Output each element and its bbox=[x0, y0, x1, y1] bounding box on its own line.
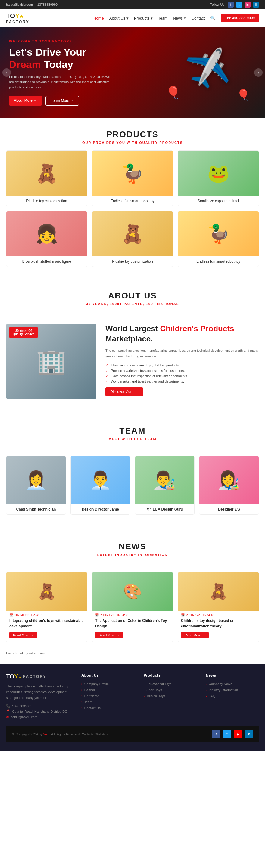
footer-bottom: © Copyright 2024 by Yive. All Rights Res… bbox=[6, 726, 259, 742]
footer-about-link-4: Team bbox=[81, 700, 135, 704]
about-heading: World Largest Children's Products Market… bbox=[106, 324, 259, 344]
footer-youtube-icon[interactable]: ▶ bbox=[234, 730, 242, 738]
logo: TOY★ FACTORY bbox=[6, 12, 30, 24]
product-image-1: 🧸 bbox=[6, 151, 87, 196]
product-image-6: 🦆 bbox=[178, 211, 259, 256]
product-card-1[interactable]: 🧸 Plushie toy customization bbox=[6, 150, 87, 207]
team-section: TEAM MEET WITH OUR TEAM 👩‍💼 Chad Smith T… bbox=[0, 414, 265, 530]
team-content: 👩‍💼 Chad Smith Technician 👨‍💼 Design Dir… bbox=[0, 447, 265, 521]
footer-products-link-2: Sport Toys bbox=[144, 688, 197, 692]
about-title: ABOUT US bbox=[0, 291, 265, 301]
team-image-4: 👩‍🎨 bbox=[199, 456, 259, 504]
footer-products-title: Products bbox=[144, 673, 197, 678]
product-card-6[interactable]: 🦆 Endless fun smart robot toy bbox=[178, 211, 259, 267]
footer-email: ✉ baidu@baidu.com bbox=[6, 715, 72, 719]
twitter-icon[interactable]: t bbox=[236, 1, 242, 7]
about-point-4: World market and talent partner and depa… bbox=[106, 379, 259, 384]
footer-phone: 📞 13788889999 bbox=[6, 704, 72, 708]
hero-description: Professional Kids Toys Manufacturer for … bbox=[9, 74, 111, 90]
news-date-2: 📅 2020-09-21 16:34:18 bbox=[92, 611, 173, 618]
footer-products-links: Educational Toys Sport Toys Musical Toys bbox=[144, 682, 197, 698]
news-read-more-2[interactable]: Read More → bbox=[95, 632, 123, 639]
nav-home[interactable]: Home bbox=[93, 16, 104, 21]
nav-team[interactable]: Team bbox=[158, 16, 168, 21]
about-content: 🏢 30 Years Of Quality Service World Larg… bbox=[0, 312, 265, 405]
phone-button[interactable]: Tel: 400-888-9999 bbox=[221, 14, 259, 22]
news-date-3: 📅 2020-09-21 16:34:18 bbox=[178, 611, 259, 618]
hero-section: ‹ WELCOME TO TOYS FACTORY Let's Drive Yo… bbox=[0, 27, 265, 118]
about-point-3: Have passed the inspection of relevant d… bbox=[106, 373, 259, 379]
hero-content: WELCOME TO TOYS FACTORY Let's Drive Your… bbox=[9, 39, 111, 105]
footer-twitter-icon[interactable]: t bbox=[223, 730, 231, 738]
about-description: The company has excellent manufacturing … bbox=[106, 348, 259, 359]
nav-contact[interactable]: Contact bbox=[192, 16, 205, 21]
product-card-2[interactable]: 🦆 Endless fun smart robot toy bbox=[92, 150, 173, 207]
team-grid: 👩‍💼 Chad Smith Technician 👨‍💼 Design Dir… bbox=[6, 456, 259, 515]
product-image-2: 🦆 bbox=[92, 151, 173, 196]
search-icon[interactable]: 🔍 bbox=[210, 16, 215, 21]
discover-more-button[interactable]: Discover More → bbox=[106, 387, 143, 396]
about-subtitle: 30 YEARS, 1000+ PATENTS, 100+ NATIONAL bbox=[0, 302, 265, 306]
product-card-3[interactable]: 🐸 Small size capsule animal bbox=[178, 150, 259, 207]
products-section: PRODUCTS OUR PROVIDES YOU WITH QUALITY P… bbox=[0, 118, 265, 279]
news-read-more-1[interactable]: Read More → bbox=[9, 632, 37, 639]
nav-products[interactable]: Products ▾ bbox=[134, 16, 153, 21]
product-name-4: Bros plush stuffed mario figure bbox=[6, 256, 87, 267]
about-image-wrap: 🏢 30 Years Of Quality Service bbox=[6, 324, 96, 399]
news-title-1: Integrating children's toys with sustain… bbox=[6, 618, 87, 632]
products-header: PRODUCTS OUR PROVIDES YOU WITH QUALITY P… bbox=[0, 118, 265, 150]
products-title: PRODUCTS bbox=[0, 130, 265, 139]
news-read-more-3[interactable]: Read More → bbox=[181, 632, 209, 639]
learn-more-button[interactable]: Learn More → bbox=[46, 96, 79, 105]
hero-prev-arrow[interactable]: ‹ bbox=[2, 68, 11, 77]
product-name-1: Plushie toy customization bbox=[6, 196, 87, 206]
phone-icon: 📞 bbox=[6, 704, 10, 708]
news-content: 🧸 📅 2020-09-21 16:34:18 Integrating chil… bbox=[0, 563, 265, 648]
nav-about[interactable]: About Us ▾ bbox=[109, 16, 128, 21]
products-subtitle: OUR PROVIDES YOU WITH QUALITY PRODUCTS bbox=[0, 141, 265, 145]
news-image-3: 🧸 bbox=[178, 572, 259, 611]
footer-brand: TOY★ FACTORY The company has excellent m… bbox=[6, 673, 72, 720]
hero-subtitle: WELCOME TO TOYS FACTORY bbox=[9, 39, 111, 43]
footer-news-link-1: Company News bbox=[206, 682, 259, 686]
about-more-button[interactable]: About More → bbox=[9, 96, 42, 105]
team-title: TEAM bbox=[0, 426, 265, 436]
linkedin-icon[interactable]: li bbox=[253, 1, 259, 7]
facebook-icon[interactable]: f bbox=[228, 1, 234, 7]
location-icon: 📍 bbox=[6, 709, 10, 713]
news-card-1: 🧸 📅 2020-09-21 16:34:18 Integrating chil… bbox=[6, 571, 87, 642]
product-image-5: 🧸 bbox=[92, 211, 173, 256]
footer-linkedin-icon[interactable]: in bbox=[244, 730, 253, 738]
about-badge: 30 Years Of Quality Service bbox=[9, 327, 38, 338]
header: TOY★ FACTORY Home About Us ▾ Products ▾ … bbox=[0, 9, 265, 27]
product-card-4[interactable]: 👧 Bros plush stuffed mario figure bbox=[6, 211, 87, 267]
team-name-1: Chad Smith Technician bbox=[6, 504, 66, 515]
product-name-5: Plushie toy customization bbox=[92, 256, 173, 267]
about-inner: 🏢 30 Years Of Quality Service World Larg… bbox=[6, 324, 259, 399]
news-title-3: Children's toy design based on emotional… bbox=[178, 618, 259, 632]
email-icon: ✉ bbox=[6, 715, 9, 719]
products-grid-container: 🧸 Plushie toy customization 🦆 Endless fu… bbox=[0, 150, 265, 279]
nav-news[interactable]: News ▾ bbox=[173, 16, 186, 21]
product-card-5[interactable]: 🧸 Plushie toy customization bbox=[92, 211, 173, 267]
footer-about-link-5: Contact Us bbox=[81, 706, 135, 710]
copyright-brand-link[interactable]: Yive bbox=[43, 732, 49, 736]
news-card-2: 🎨 📅 2020-09-21 16:34:18 The Application … bbox=[92, 571, 173, 642]
instagram-icon[interactable]: in bbox=[244, 1, 251, 7]
footer-products-link-1: Educational Toys bbox=[144, 682, 197, 686]
team-card-1: 👩‍💼 Chad Smith Technician bbox=[6, 456, 66, 515]
footer-about-link-2: Partner bbox=[81, 688, 135, 692]
team-name-3: Mr. Li, A Design Guru bbox=[135, 504, 195, 515]
footer-news-link-2: Industry Information bbox=[206, 688, 259, 692]
hero-next-arrow[interactable]: › bbox=[254, 68, 263, 77]
footer-facebook-icon[interactable]: f bbox=[212, 730, 220, 738]
follow-label: Follow Us: bbox=[210, 3, 225, 6]
product-name-2: Endless fun smart robot toy bbox=[92, 196, 173, 206]
news-subtitle: LATEST INDUSTRY INFORMATION bbox=[0, 553, 265, 557]
follow-section: Follow Us: f t in li bbox=[210, 1, 259, 7]
products-grid: 🧸 Plushie toy customization 🦆 Endless fu… bbox=[6, 150, 259, 267]
news-image-2: 🎨 bbox=[92, 572, 173, 611]
team-image-2: 👨‍💼 bbox=[71, 456, 130, 504]
team-image-1: 👩‍💼 bbox=[6, 456, 66, 504]
team-card-2: 👨‍💼 Design Director Jame bbox=[70, 456, 130, 515]
